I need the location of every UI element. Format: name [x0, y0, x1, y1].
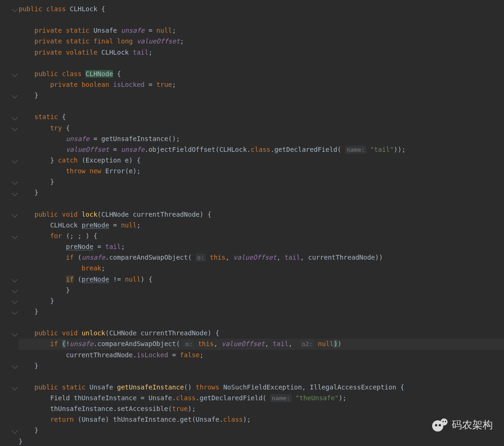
- code-line[interactable]: private static final long valueOffset;: [19, 36, 504, 47]
- code-line[interactable]: }: [19, 425, 504, 436]
- code-line[interactable]: [19, 317, 504, 328]
- code-area[interactable]: public class CLHLock { private static Un…: [19, 0, 504, 446]
- editor-gutter: [0, 0, 19, 446]
- fold-marker-icon[interactable]: [12, 428, 18, 434]
- code-line[interactable]: if (preNode != null) {: [19, 274, 504, 285]
- code-line[interactable]: return (Unsafe) thUnsafeInstance.get(Uns…: [19, 414, 504, 425]
- code-line[interactable]: }: [19, 285, 504, 296]
- code-line[interactable]: }: [19, 361, 504, 371]
- code-line[interactable]: try {: [19, 123, 504, 134]
- fold-marker-icon[interactable]: [12, 71, 18, 77]
- code-line[interactable]: Field thUnsafeInstance = Unsafe.class.ge…: [19, 393, 504, 404]
- fold-marker-icon[interactable]: [12, 179, 18, 185]
- fold-marker-icon[interactable]: [12, 212, 18, 218]
- code-line[interactable]: }: [19, 90, 504, 101]
- code-line[interactable]: public class CLHLock {: [19, 4, 504, 14]
- fold-marker-icon[interactable]: [12, 157, 18, 163]
- code-line[interactable]: if (!unsafe.compareAndSwapObject( o: thi…: [0, 339, 504, 349]
- code-line[interactable]: private static Unsafe unsafe = null;: [19, 25, 504, 36]
- fold-marker-icon[interactable]: [12, 287, 18, 293]
- code-line[interactable]: if (unsafe.compareAndSwapObject( o: this…: [19, 252, 504, 263]
- code-line[interactable]: } catch (Exception e) {: [19, 155, 504, 166]
- code-line[interactable]: [19, 58, 504, 69]
- code-line[interactable]: }: [19, 296, 504, 306]
- code-line[interactable]: [19, 14, 504, 25]
- code-line[interactable]: }: [19, 187, 504, 198]
- code-line[interactable]: private volatile CLHLock tail;: [19, 47, 504, 58]
- fold-marker-icon[interactable]: [12, 6, 18, 12]
- code-line[interactable]: CLHLock preNode = null;: [19, 220, 504, 231]
- watermark-text: 码农架构: [452, 418, 493, 432]
- fold-marker-icon[interactable]: [12, 276, 18, 283]
- code-line[interactable]: valueOffset = unsafe.objectFieldOffset(C…: [19, 144, 504, 155]
- code-line[interactable]: currentThreadNode.isLocked = false;: [19, 350, 504, 361]
- code-line[interactable]: public static Unsafe getUnsafeInstance()…: [19, 382, 504, 393]
- code-line[interactable]: private boolean isLocked = true;: [19, 79, 504, 90]
- code-line[interactable]: preNode = tail;: [19, 241, 504, 252]
- watermark: 码农架构: [432, 418, 493, 432]
- fold-marker-icon[interactable]: [12, 190, 18, 196]
- code-line[interactable]: }: [19, 436, 504, 446]
- code-line[interactable]: unsafe = getUnsafeInstance();: [19, 134, 504, 144]
- code-line[interactable]: break;: [19, 263, 504, 274]
- fold-marker-icon[interactable]: [12, 92, 18, 99]
- code-line[interactable]: }: [19, 177, 504, 187]
- fold-marker-icon[interactable]: [12, 298, 18, 304]
- code-line[interactable]: }: [19, 306, 504, 317]
- code-line[interactable]: public void unlock(CLHNode currentThread…: [19, 328, 504, 339]
- wechat-icon: [432, 418, 448, 432]
- code-line[interactable]: static {: [19, 112, 504, 122]
- code-line[interactable]: public class CLHNode {: [19, 69, 504, 79]
- fold-marker-icon[interactable]: [12, 114, 18, 120]
- code-line[interactable]: thUnsafeInstance.setAccessible(true);: [19, 404, 504, 414]
- fold-marker-icon[interactable]: [12, 384, 18, 390]
- code-line[interactable]: public void lock(CLHNode currentThreadNo…: [19, 209, 504, 220]
- fold-marker-icon[interactable]: [12, 125, 18, 131]
- fold-marker-icon[interactable]: [12, 363, 18, 369]
- code-line[interactable]: for (; ; ) {: [19, 231, 504, 241]
- fold-marker-icon[interactable]: [12, 331, 18, 337]
- fold-marker-icon[interactable]: [12, 309, 18, 315]
- code-line[interactable]: [19, 198, 504, 209]
- code-editor[interactable]: public class CLHLock { private static Un…: [0, 0, 504, 446]
- code-line[interactable]: throw new Error(e);: [19, 166, 504, 177]
- fold-marker-icon[interactable]: [12, 233, 18, 239]
- code-line[interactable]: [19, 101, 504, 112]
- code-line[interactable]: [19, 371, 504, 382]
